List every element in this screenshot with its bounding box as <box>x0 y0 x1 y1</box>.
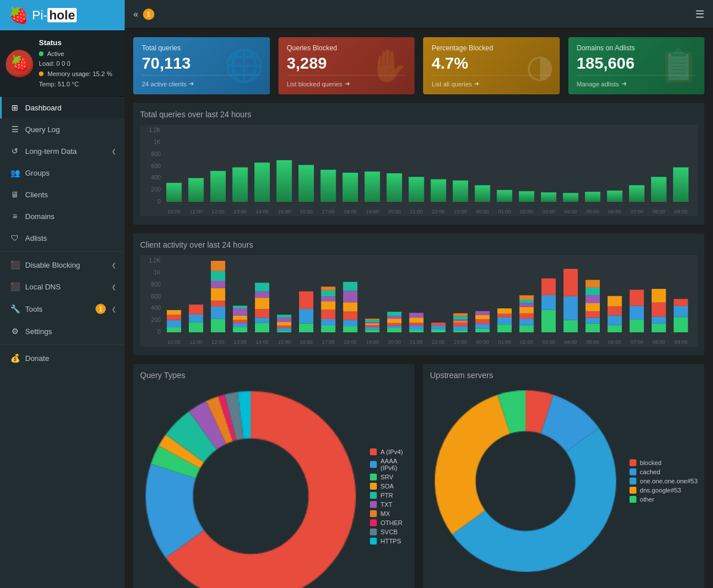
local-dns-label: Local DNS <box>25 283 106 291</box>
sidebar-item-groups[interactable]: 👥 Groups <box>0 162 125 184</box>
legend-item-other-upstream: other <box>630 496 698 503</box>
collapse-sidebar-icon[interactable]: « <box>133 9 138 19</box>
upstream-pie <box>430 386 621 577</box>
legend-item-svcb: SVCB <box>370 529 408 535</box>
client-activity-canvas <box>140 255 698 347</box>
legend-item-blocked: blocked <box>630 459 698 466</box>
legend-item-cached: cached <box>630 468 698 475</box>
legend-box-ptr <box>370 492 377 499</box>
status-title: Status <box>39 37 112 49</box>
stat-card-domains-adlists[interactable]: Domains on Adlists 185,606 📋 Manage adli… <box>568 37 705 94</box>
legend-item-soa: SOA <box>370 483 408 490</box>
nav-divider-1 <box>0 251 125 252</box>
domains-adlists-bg-icon: 📋 <box>659 47 699 85</box>
total-queries-chart-title: Total queries over last 24 hours <box>140 110 698 119</box>
groups-label: Groups <box>25 169 116 177</box>
adlists-icon: 🛡 <box>10 233 19 243</box>
legend-box-svcb <box>370 529 377 535</box>
hamburger-icon[interactable]: ☰ <box>695 8 704 21</box>
sidebar-item-long-term[interactable]: ↺ Long-term Data ❮ <box>0 140 125 162</box>
upstream-servers-panel: Upstream servers blocked cached one.one.… <box>423 364 704 588</box>
legend-box-srv <box>370 474 377 480</box>
legend-box-blocked <box>630 459 636 466</box>
local-dns-arrow: ❮ <box>111 284 116 290</box>
legend-item-mx: MX <box>370 510 408 517</box>
legend-box-https <box>370 538 377 545</box>
status-info: Status Active Load: 0 0 0 Memory usage: … <box>39 37 112 89</box>
sidebar-item-disable-blocking[interactable]: ⬛ Disable Blocking ❮ <box>0 254 125 276</box>
legend-item-https: HTTPS <box>370 538 408 545</box>
disable-blocking-label: Disable Blocking <box>25 261 106 269</box>
stat-card-total-queries[interactable]: Total queries 70,113 🌐 24 active clients… <box>133 37 270 94</box>
long-term-icon: ↺ <box>10 146 19 156</box>
main-content: « 1 ☰ Total queries 70,113 🌐 24 active c… <box>125 0 713 588</box>
local-dns-icon: ⬛ <box>10 282 19 291</box>
load-status: Load: 0 0 0 <box>39 59 112 69</box>
dashboard-label: Dashboard <box>25 104 116 112</box>
active-dot <box>39 51 43 56</box>
active-status: Active <box>39 49 112 59</box>
client-activity-chart-container <box>140 255 698 348</box>
donate-icon: 💰 <box>10 353 19 363</box>
long-term-label: Long-term Data <box>25 147 106 156</box>
legend-item-txt: TXT <box>370 501 408 508</box>
tools-badge: 1 <box>95 304 106 314</box>
total-queries-bg-icon: 🌐 <box>224 47 264 85</box>
legend-box-aaaa-ipv6 <box>370 461 377 468</box>
legend-box-txt <box>370 501 377 508</box>
sidebar-header: 🍓 Pi-hole <box>0 0 125 30</box>
groups-icon: 👥 <box>10 168 19 177</box>
sidebar-item-adlists[interactable]: 🛡 Adlists <box>0 227 125 249</box>
upstream-servers-pie-container: blocked cached one.one.one.one#53 dns.go… <box>430 386 698 577</box>
legend-box-other-upstream <box>630 496 636 503</box>
memory-status: Memory usage: 15.2 % <box>39 69 112 80</box>
total-queries-canvas <box>140 125 698 216</box>
percentage-blocked-bg-icon: ◑ <box>526 47 554 85</box>
sidebar-item-donate[interactable]: 💰 Donate <box>0 347 125 369</box>
disable-blocking-arrow: ❮ <box>111 262 116 268</box>
legend-item-srv: SRV <box>370 474 408 480</box>
query-log-icon: ☰ <box>10 125 19 134</box>
domains-adlists-footer-arrow: ➜ <box>622 80 627 88</box>
legend-box-dns-google <box>630 487 636 494</box>
sidebar-item-settings[interactable]: ⚙ Settings <box>0 320 125 342</box>
query-types-legend: A (IPv4) AAAA (IPv6) SRV SOA <box>370 448 408 545</box>
raspberry-icon: 🍓 <box>6 50 33 77</box>
legend-box-soa <box>370 483 377 490</box>
sidebar-item-local-dns[interactable]: ⬛ Local DNS ❮ <box>0 276 125 297</box>
legend-item-other: OTHER <box>370 519 408 526</box>
stat-cards: Total queries 70,113 🌐 24 active clients… <box>125 29 713 103</box>
temp-status: Temp: 51.0 °C <box>39 80 112 90</box>
total-queries-chart-section: Total queries over last 24 hours <box>133 103 704 225</box>
sidebar-item-domains[interactable]: ≡ Domains <box>0 205 125 227</box>
tools-icon: 🔧 <box>10 304 19 313</box>
upstream-legend: blocked cached one.one.one.one#53 dns.go… <box>630 459 698 503</box>
query-types-panel: Query Types A (IPv4) AAAA (IPv6) SRV <box>133 364 415 588</box>
legend-box-a-ipv4 <box>370 448 377 455</box>
client-activity-chart-title: Client activity over last 24 hours <box>140 240 698 249</box>
sidebar-item-query-log[interactable]: ☰ Query Log <box>0 118 125 140</box>
total-queries-footer-arrow: ➜ <box>189 80 194 88</box>
sidebar-item-dashboard[interactable]: ⊞ Dashboard <box>0 97 125 118</box>
update-badge[interactable]: 1 <box>143 9 154 20</box>
sidebar-item-clients[interactable]: 🖥 Clients <box>0 184 125 205</box>
query-log-label: Query Log <box>25 125 116 134</box>
stat-card-percentage-blocked[interactable]: Percentage Blocked 4.7% ◑ List all queri… <box>423 37 560 94</box>
legend-item-aaaa-ipv6: AAAA (IPv6) <box>370 458 408 471</box>
tools-label: Tools <box>25 305 90 313</box>
dashboard-icon: ⊞ <box>10 103 19 112</box>
legend-box-mx <box>370 510 377 517</box>
client-activity-chart-section: Client activity over last 24 hours <box>133 233 704 355</box>
domains-icon: ≡ <box>10 212 19 221</box>
sidebar: 🍓 Pi-hole 🍓 Status Active Load: 0 0 0 Me… <box>0 0 125 588</box>
stat-card-queries-blocked[interactable]: Queries Blocked 3,289 ✋ List blocked que… <box>278 37 415 94</box>
long-term-arrow: ❮ <box>111 148 116 154</box>
sidebar-item-tools[interactable]: 🔧 Tools 1 ❮ <box>0 297 125 320</box>
query-types-pie-container: A (IPv4) AAAA (IPv6) SRV SOA <box>140 386 408 588</box>
query-types-title: Query Types <box>140 371 408 380</box>
legend-box-other <box>370 519 377 526</box>
query-types-pie <box>140 386 361 588</box>
logo-text: Pi-hole <box>32 8 77 23</box>
legend-item-a-ipv4: A (IPv4) <box>370 448 408 455</box>
status-panel: 🍓 Status Active Load: 0 0 0 Memory usage… <box>0 30 125 97</box>
